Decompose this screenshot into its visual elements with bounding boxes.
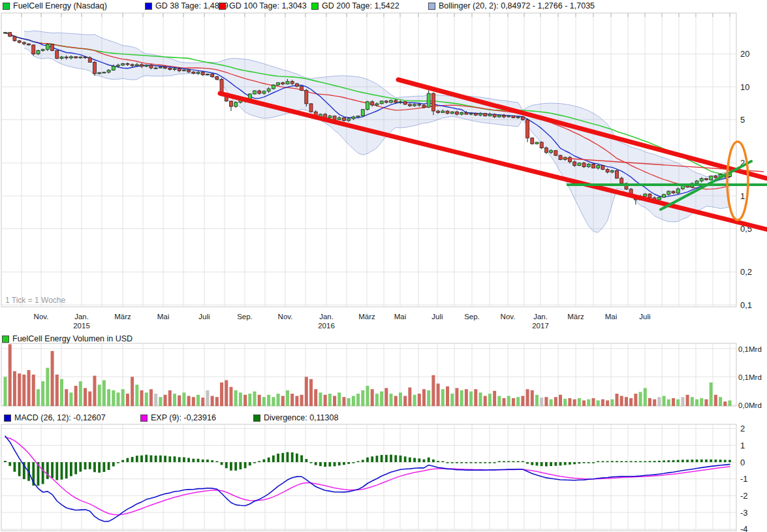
divergence-bar bbox=[545, 462, 548, 466]
volume-bar bbox=[578, 398, 581, 406]
divergence-bar bbox=[347, 462, 350, 464]
divergence-bar bbox=[362, 460, 364, 462]
volume-bar bbox=[610, 399, 614, 406]
volume-bar bbox=[450, 394, 454, 406]
divergence-bar bbox=[300, 455, 303, 462]
divergence-bar bbox=[155, 456, 157, 462]
volume-bar bbox=[337, 392, 341, 406]
volume-bar bbox=[639, 392, 642, 407]
bollinger-swatch-icon bbox=[428, 3, 435, 10]
volume-bar bbox=[695, 399, 698, 406]
divergence-bar bbox=[616, 461, 618, 462]
volume-bar bbox=[497, 396, 501, 406]
divergence-bar bbox=[136, 456, 138, 462]
divergence-bar bbox=[465, 462, 467, 463]
svg-text:Nov.: Nov. bbox=[278, 313, 293, 321]
divergence-bar bbox=[79, 462, 82, 472]
volume-bar bbox=[126, 394, 129, 406]
svg-text:-3: -3 bbox=[740, 508, 748, 518]
volume-bar bbox=[13, 371, 16, 406]
volume-bar bbox=[196, 395, 200, 406]
divergence-bar bbox=[61, 462, 63, 480]
volume-bar bbox=[667, 399, 670, 406]
chart-canvas[interactable]: 20105210,50,20,10,1Mrd0,1Mrd0,0Mrd210-1-… bbox=[0, 0, 767, 532]
volume-bar bbox=[305, 377, 308, 406]
divergence-bar bbox=[677, 460, 680, 462]
volume-bar bbox=[107, 389, 110, 406]
volume-bar bbox=[591, 398, 595, 406]
volume-bar bbox=[300, 395, 304, 406]
volume-bar bbox=[277, 394, 280, 406]
volume-bar bbox=[149, 389, 153, 406]
divergence-bar bbox=[409, 458, 411, 462]
legend-label: EXP (9): -0,23916 bbox=[151, 413, 216, 422]
legend-item-bollinger: Bollinger (20, 2): 0,84972 - 1,2766 - 1,… bbox=[428, 1, 595, 10]
volume-bar bbox=[582, 400, 586, 406]
volume-bar bbox=[512, 398, 515, 406]
volume-bar bbox=[201, 398, 204, 406]
volume-bar bbox=[220, 383, 223, 406]
divergence-bar bbox=[140, 456, 143, 462]
divergence-bar bbox=[42, 462, 44, 484]
svg-text:Sep.: Sep. bbox=[464, 313, 480, 321]
volume-bar bbox=[446, 386, 449, 406]
volume-bar bbox=[394, 396, 398, 406]
divergence-bar bbox=[211, 460, 213, 462]
volume-bar bbox=[507, 396, 510, 406]
divergence-bar bbox=[352, 462, 354, 463]
divergence-bar bbox=[512, 461, 515, 462]
volume-bar bbox=[375, 394, 379, 406]
svg-text:März: März bbox=[114, 313, 131, 321]
volume-bar bbox=[535, 395, 539, 406]
volume-bar bbox=[544, 397, 548, 406]
volume-bar bbox=[469, 392, 473, 406]
divergence-bar bbox=[287, 452, 289, 462]
divergence-bar bbox=[705, 460, 708, 462]
divergence-bar bbox=[70, 462, 72, 477]
divergence-bar bbox=[192, 459, 195, 462]
volume-bar bbox=[290, 394, 294, 406]
legend-item-exp: EXP (9): -0,23916 bbox=[140, 413, 216, 422]
volume-bar bbox=[441, 389, 445, 406]
volume-bar bbox=[657, 397, 661, 406]
svg-text:0,0Mrd: 0,0Mrd bbox=[738, 401, 762, 409]
divergence-bar bbox=[484, 462, 486, 463]
volume-bar bbox=[4, 377, 7, 406]
volume-bar bbox=[46, 368, 49, 406]
divergence-bar bbox=[686, 460, 689, 462]
volume-bar bbox=[704, 399, 708, 406]
volume-bar bbox=[474, 389, 477, 406]
legend-label: MACD (26, 12): -0,12607 bbox=[14, 413, 106, 422]
divergence-bar bbox=[658, 461, 661, 462]
divergence-bar bbox=[569, 462, 571, 465]
highlight-ellipse[interactable] bbox=[727, 142, 748, 220]
legend-item-divergence: Divergence: 0,11308 bbox=[253, 413, 338, 422]
volume-bar bbox=[22, 375, 25, 406]
divergence-bar bbox=[343, 462, 345, 465]
volume-bar bbox=[243, 395, 247, 406]
divergence-bar bbox=[51, 462, 54, 478]
volume-bar bbox=[342, 397, 345, 406]
volume-bar bbox=[164, 395, 167, 406]
divergence-bar bbox=[672, 460, 675, 462]
divergence-bar bbox=[385, 455, 388, 462]
divergence-bar bbox=[357, 461, 360, 462]
divergence-bar bbox=[18, 462, 21, 477]
divergence-bar bbox=[315, 462, 317, 465]
volume-bar bbox=[371, 389, 374, 406]
volume-bar bbox=[319, 392, 322, 406]
stock-chart-window: 20105210,50,20,10,1Mrd0,1Mrd0,0Mrd210-1-… bbox=[0, 0, 767, 532]
divergence-bar bbox=[507, 461, 510, 462]
legend-item-gd38: GD 38 Tage: 1,4829 bbox=[145, 1, 228, 10]
divergence-bar bbox=[168, 456, 171, 462]
volume-bar bbox=[356, 394, 360, 406]
divergence-bar bbox=[667, 460, 670, 462]
divergence-bar bbox=[145, 455, 148, 462]
svg-text:Sep.: Sep. bbox=[237, 313, 253, 321]
svg-text:Nov.: Nov. bbox=[34, 313, 49, 321]
volume-bar bbox=[168, 390, 172, 406]
volume-bar bbox=[32, 375, 35, 406]
divergence-bar bbox=[98, 462, 101, 473]
volume-bar bbox=[597, 400, 600, 406]
volume-bar bbox=[361, 390, 364, 406]
